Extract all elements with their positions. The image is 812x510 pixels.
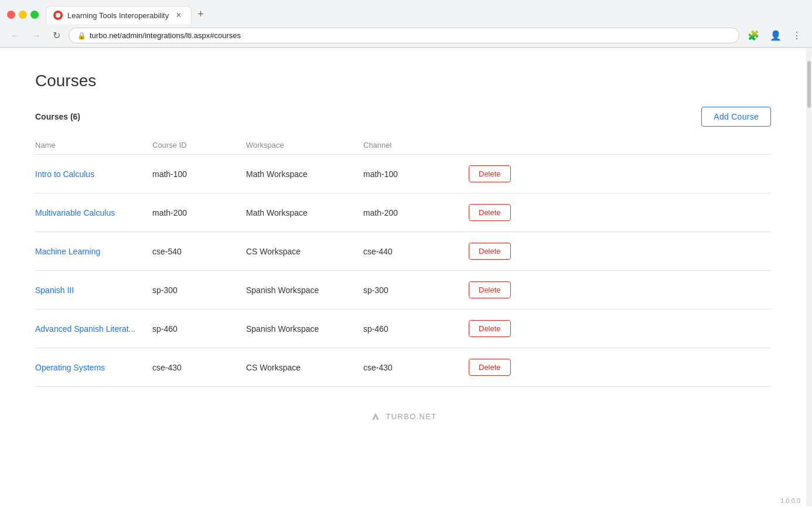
- course-name[interactable]: Spanish III: [35, 285, 152, 295]
- delete-button[interactable]: Delete: [469, 359, 511, 376]
- toolbar-actions: 🧩 👤 ⋮: [744, 28, 805, 43]
- new-tab-button[interactable]: +: [192, 5, 210, 24]
- tab-title: Learning Tools Interoperability: [67, 11, 169, 20]
- course-actions: Delete: [469, 320, 771, 337]
- delete-button[interactable]: Delete: [469, 281, 511, 298]
- delete-button[interactable]: Delete: [469, 243, 511, 260]
- course-id: cse-540: [152, 247, 246, 256]
- close-window-button[interactable]: ×: [7, 11, 15, 19]
- course-workspace: CS Workspace: [246, 363, 363, 372]
- table-row: Advanced Spanish Literat... sp-460 Spani…: [35, 310, 771, 348]
- courses-count-label: Courses (6): [35, 112, 80, 121]
- window-controls: × − □: [7, 11, 39, 19]
- page-footer: TURBO.NET: [35, 387, 771, 434]
- tab-favicon: [53, 11, 63, 20]
- courses-table: Name Course ID Workspace Channel Intro t…: [35, 136, 771, 387]
- page-content: Courses Courses (6) Add Course Name Cour…: [0, 48, 806, 506]
- table-row: Intro to Calculus math-100 Math Workspac…: [35, 155, 771, 193]
- col-course-id: Course ID: [152, 141, 246, 149]
- back-button[interactable]: ←: [7, 29, 23, 43]
- course-workspace: Math Workspace: [246, 208, 363, 217]
- course-channel: math-100: [363, 169, 469, 179]
- course-channel: cse-430: [363, 363, 469, 372]
- delete-button[interactable]: Delete: [469, 165, 511, 182]
- table-body: Intro to Calculus math-100 Math Workspac…: [35, 155, 771, 387]
- tab-bar: Learning Tools Interoperability ✕ +: [46, 5, 805, 24]
- scrollbar-track[interactable]: [806, 48, 812, 506]
- course-actions: Delete: [469, 359, 771, 376]
- course-workspace: Math Workspace: [246, 169, 363, 179]
- course-id: sp-460: [152, 324, 246, 334]
- course-name[interactable]: Advanced Spanish Literat...: [35, 324, 152, 334]
- course-channel: sp-460: [363, 324, 469, 334]
- minimize-window-button[interactable]: −: [19, 11, 27, 19]
- page-wrapper: Courses Courses (6) Add Course Name Cour…: [0, 48, 812, 506]
- course-workspace: CS Workspace: [246, 247, 363, 256]
- url-text: turbo.net/admin/integrations/lti.aspx#co…: [90, 31, 731, 40]
- svg-marker-0: [372, 413, 379, 420]
- course-actions: Delete: [469, 165, 771, 182]
- col-actions: [469, 141, 771, 149]
- course-actions: Delete: [469, 243, 771, 260]
- scrollbar-thumb[interactable]: [807, 61, 811, 108]
- course-channel: sp-300: [363, 285, 469, 295]
- course-name[interactable]: Intro to Calculus: [35, 169, 152, 179]
- courses-header: Courses (6) Add Course: [35, 107, 771, 127]
- browser-chrome: × − □ Learning Tools Interoperability ✕ …: [0, 0, 812, 48]
- course-actions: Delete: [469, 204, 771, 221]
- titlebar: × − □ Learning Tools Interoperability ✕ …: [0, 0, 812, 24]
- table-row: Spanish III sp-300 Spanish Workspace sp-…: [35, 271, 771, 310]
- course-actions: Delete: [469, 281, 771, 298]
- footer-brand-text: TURBO.NET: [386, 412, 437, 421]
- course-name[interactable]: Multivariable Calculus: [35, 208, 152, 217]
- course-workspace: Spanish Workspace: [246, 285, 363, 295]
- reload-button[interactable]: ↻: [49, 29, 64, 43]
- course-id: cse-430: [152, 363, 246, 372]
- tab-close-button[interactable]: ✕: [173, 10, 184, 21]
- lock-icon: 🔒: [77, 32, 86, 40]
- col-workspace: Workspace: [246, 141, 363, 149]
- col-name: Name: [35, 141, 152, 149]
- course-id: sp-300: [152, 285, 246, 295]
- table-row: Multivariable Calculus math-200 Math Wor…: [35, 193, 771, 232]
- turbonet-logo-icon: [370, 410, 381, 422]
- active-tab[interactable]: Learning Tools Interoperability ✕: [46, 6, 192, 24]
- course-name[interactable]: Machine Learning: [35, 247, 152, 256]
- page-title: Courses: [35, 72, 771, 90]
- course-id: math-100: [152, 169, 246, 179]
- address-bar[interactable]: 🔒 turbo.net/admin/integrations/lti.aspx#…: [69, 28, 739, 43]
- browser-toolbar: ← → ↻ 🔒 turbo.net/admin/integrations/lti…: [0, 24, 812, 47]
- table-header: Name Course ID Workspace Channel: [35, 136, 771, 155]
- table-row: Machine Learning cse-540 CS Workspace cs…: [35, 232, 771, 271]
- version-badge: 1.0.0.0: [780, 497, 800, 504]
- course-workspace: Spanish Workspace: [246, 324, 363, 334]
- course-id: math-200: [152, 208, 246, 217]
- delete-button[interactable]: Delete: [469, 320, 511, 337]
- course-name[interactable]: Operating Systems: [35, 363, 152, 372]
- course-channel: math-200: [363, 208, 469, 217]
- extensions-button[interactable]: 🧩: [744, 28, 763, 43]
- col-channel: Channel: [363, 141, 469, 149]
- forward-button[interactable]: →: [28, 29, 45, 43]
- course-channel: cse-440: [363, 247, 469, 256]
- delete-button[interactable]: Delete: [469, 204, 511, 221]
- profile-button[interactable]: 👤: [766, 28, 785, 43]
- maximize-window-button[interactable]: □: [30, 11, 39, 19]
- table-row: Operating Systems cse-430 CS Workspace c…: [35, 348, 771, 387]
- add-course-button[interactable]: Add Course: [701, 107, 771, 127]
- footer-logo: TURBO.NET: [35, 410, 771, 422]
- menu-button[interactable]: ⋮: [789, 28, 805, 43]
